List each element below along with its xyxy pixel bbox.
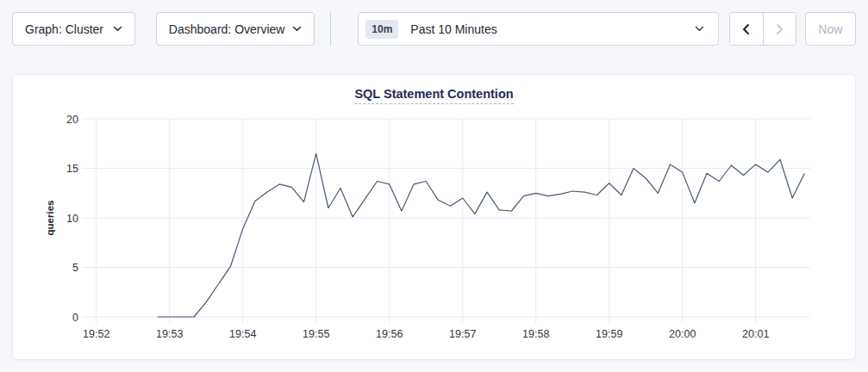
chevron-left-icon	[740, 23, 752, 35]
y-tick-label: 5	[72, 262, 78, 274]
dashboard-dropdown[interactable]: Dashboard: Overview	[156, 12, 315, 46]
axis-labels: 0510152019:5219:5319:5419:5519:5619:5719…	[45, 114, 769, 341]
y-tick-label: 15	[66, 163, 78, 175]
graph-dropdown[interactable]: Graph: Cluster	[12, 12, 135, 46]
x-tick-label: 20:00	[669, 328, 696, 340]
x-tick-label: 19:52	[83, 328, 109, 340]
x-tick-label: 19:58	[522, 328, 549, 340]
x-tick-label: 19:53	[156, 328, 183, 340]
time-range-badge: 10m	[365, 20, 398, 39]
metrics-page: Graph: Cluster Dashboard: Overview 10m P…	[0, 12, 868, 360]
time-next-button[interactable]	[763, 13, 796, 45]
time-range-label: Past 10 Minutes	[410, 22, 496, 36]
x-tick-label: 19:57	[449, 328, 476, 340]
time-prev-button[interactable]	[730, 13, 763, 45]
y-tick-label: 20	[66, 114, 78, 126]
sql-contention-chart[interactable]: 0510152019:5219:5319:5419:5519:5619:5719…	[13, 104, 855, 352]
time-range-dropdown[interactable]: 10m Past 10 Minutes	[358, 12, 719, 46]
chevron-right-icon	[773, 23, 785, 35]
chart-grid	[82, 119, 810, 323]
now-button[interactable]: Now	[805, 12, 856, 46]
x-tick-label: 20:01	[742, 328, 769, 340]
chevron-down-icon	[113, 26, 122, 32]
series-line	[158, 153, 805, 317]
x-tick-label: 19:55	[303, 328, 329, 340]
toolbar-divider	[330, 12, 331, 46]
chart-card: SQL Statement Contention 0510152019:5219…	[12, 74, 856, 360]
chart-title[interactable]: SQL Statement Contention	[354, 87, 513, 104]
y-axis-label: queries	[45, 201, 55, 236]
x-tick-label: 19:59	[596, 328, 622, 340]
x-tick-label: 19:54	[229, 328, 256, 340]
dashboard-dropdown-label: Dashboard: Overview	[169, 22, 285, 36]
x-tick-label: 19:56	[376, 328, 403, 340]
time-nav-group	[729, 12, 796, 46]
toolbar: Graph: Cluster Dashboard: Overview 10m P…	[12, 12, 856, 46]
chart-title-row: SQL Statement Contention	[13, 75, 855, 104]
chevron-down-icon	[292, 26, 302, 32]
chevron-down-icon	[695, 26, 704, 32]
y-tick-label: 10	[66, 213, 78, 225]
y-tick-label: 0	[72, 312, 78, 324]
graph-dropdown-label: Graph: Cluster	[25, 22, 103, 36]
